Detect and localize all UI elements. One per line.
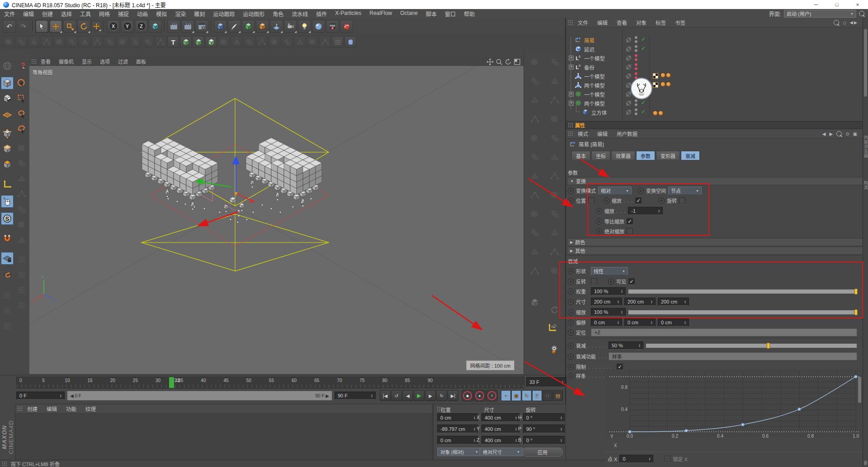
layer-box[interactable] <box>626 46 632 52</box>
keyframe-circle[interactable] <box>568 309 574 315</box>
history-forward-icon[interactable]: ▶ <box>829 131 833 136</box>
object-name[interactable]: 备份 <box>584 64 594 71</box>
floor-button[interactable]: ◢ <box>270 20 283 33</box>
scale-value-field[interactable]: -1 <box>628 207 663 215</box>
tool-icon[interactable] <box>15 219 28 231</box>
menu-item[interactable]: 动画 <box>133 10 152 18</box>
menu-item[interactable]: 运动跟踪 <box>209 10 239 18</box>
help-icon[interactable]: ? <box>15 60 28 72</box>
menu-item[interactable]: 流水线 <box>288 10 312 18</box>
panel-grip[interactable] <box>17 406 23 411</box>
command-palette-icon[interactable] <box>527 187 543 203</box>
rotate-tool[interactable]: ◢ <box>77 20 90 33</box>
menu-item[interactable]: 雕刻 <box>190 10 209 18</box>
workplane-sync-icon[interactable] <box>1 268 14 281</box>
modeling-tool-icon[interactable] <box>129 36 141 48</box>
modeling-tool-icon[interactable] <box>155 36 166 48</box>
command-palette-icon[interactable] <box>547 187 563 203</box>
expand-icon[interactable]: + <box>569 65 574 70</box>
search-icon[interactable] <box>859 11 864 16</box>
object-manager-menu-item[interactable]: 文件 <box>573 19 593 26</box>
layer-box[interactable] <box>626 91 632 97</box>
menu-item[interactable]: 捕捉 <box>114 10 133 18</box>
tool-icon[interactable] <box>15 173 28 185</box>
command-palette-icon[interactable] <box>547 130 563 146</box>
object-row[interactable]: +L0一个模型 <box>566 53 863 62</box>
offset-z-field[interactable]: 0 cm <box>658 318 689 327</box>
keyframe-circle[interactable] <box>604 198 609 204</box>
keyframe-circle[interactable] <box>568 188 574 194</box>
menu-item[interactable]: 模拟 <box>152 10 171 18</box>
workplane-lock-icon[interactable] <box>1 252 14 265</box>
object-manager-menu-item[interactable]: 书签 <box>670 19 690 26</box>
loop-start-field[interactable]: 0 F <box>16 392 65 400</box>
position-checkbox[interactable] <box>588 197 594 204</box>
lock-x-axis-button[interactable]: X <box>107 20 120 33</box>
interface-dropdown[interactable]: 启动 (用户) <box>784 10 856 18</box>
lock-y-axis-button[interactable]: Y <box>121 20 134 33</box>
apply-button[interactable]: 应用 <box>522 448 563 457</box>
keyframe-circle[interactable] <box>568 364 574 370</box>
tool-icon[interactable] <box>15 157 28 170</box>
redo-button[interactable]: ↷ <box>17 20 30 33</box>
keyframe-circle[interactable] <box>568 279 574 285</box>
snap-cube-icon[interactable] <box>205 36 217 48</box>
enabled-check[interactable]: ✓ <box>641 36 646 42</box>
search-icon[interactable] <box>834 20 839 25</box>
visibility-dot[interactable] <box>635 36 637 39</box>
render-dot[interactable] <box>635 103 637 106</box>
structure-tab[interactable]: 构造 <box>863 181 868 190</box>
modeling-tool-icon[interactable] <box>231 36 242 48</box>
modeling-tool-icon[interactable] <box>256 36 268 48</box>
layer-box[interactable] <box>626 100 632 106</box>
nav-arrows-icon[interactable]: ◀ ▶ <box>850 20 857 25</box>
menu-item[interactable]: 帮助 <box>460 10 479 18</box>
viewport-menu-item[interactable]: 摄像机 <box>55 58 78 65</box>
menu-item[interactable]: 运动图形 <box>239 10 269 18</box>
render-dot[interactable] <box>635 112 637 115</box>
live-selection-tool[interactable] <box>35 20 48 33</box>
render-dot[interactable] <box>635 58 637 61</box>
tag-dot[interactable] <box>666 73 671 78</box>
menu-item[interactable]: 文件 <box>0 10 19 18</box>
object-manager-menu-item[interactable]: 对象 <box>632 19 651 26</box>
live-select-icon[interactable] <box>15 77 28 89</box>
move-tool[interactable]: ◢ <box>49 20 62 33</box>
command-palette-icon[interactable] <box>547 206 563 222</box>
modeling-tool-icon[interactable] <box>218 36 230 48</box>
tag-dot[interactable] <box>658 111 663 116</box>
modeling-tool-icon[interactable] <box>28 36 40 48</box>
coord-size-dropdown[interactable]: 绝对尺寸 <box>480 448 523 456</box>
uniform-scale-checkbox[interactable] <box>627 218 633 224</box>
close-button[interactable]: × <box>847 0 868 9</box>
layer-box[interactable] <box>626 37 632 43</box>
object-name[interactable]: 一个模型 <box>584 73 605 80</box>
visibility-dot[interactable] <box>635 108 637 111</box>
simulation-globe-icon[interactable] <box>1 60 14 72</box>
size-field[interactable]: 400 cm <box>481 413 519 422</box>
maximize-button[interactable]: □ <box>826 0 847 9</box>
command-palette-icon[interactable] <box>527 111 543 127</box>
keyframe-circle[interactable] <box>568 330 574 336</box>
light-button[interactable]: ◢ <box>298 20 311 33</box>
key-rotation-toggle[interactable]: ↻ <box>522 390 532 401</box>
key-parameter-toggle[interactable]: Ⓟ <box>532 390 542 401</box>
viewport-menu-item[interactable]: 面板 <box>132 58 150 65</box>
command-palette-icon[interactable] <box>527 168 543 184</box>
falloff-scale-slider[interactable] <box>628 310 857 315</box>
object-name[interactable]: 两个模型 <box>584 82 605 89</box>
falloff-shape-dropdown[interactable]: 线性 <box>591 267 628 276</box>
viewport-menu-item[interactable]: 选项 <box>96 58 114 65</box>
lasso-select-icon[interactable] <box>15 107 28 120</box>
menu-item[interactable]: X-Particles <box>331 10 365 18</box>
keyframe-circle[interactable] <box>659 198 665 204</box>
modeling-tool-icon[interactable] <box>15 36 27 48</box>
lock-x-checkbox[interactable] <box>664 456 670 462</box>
material-menu-item[interactable]: 纹理 <box>81 405 100 412</box>
scrollbar[interactable] <box>864 461 867 465</box>
snap-cube-icon[interactable] <box>193 36 204 48</box>
modeling-tool-icon[interactable] <box>294 36 306 48</box>
position-field[interactable]: 0 cm <box>437 413 478 422</box>
layer-box[interactable] <box>626 64 632 70</box>
view-zoom-icon[interactable] <box>495 58 503 65</box>
